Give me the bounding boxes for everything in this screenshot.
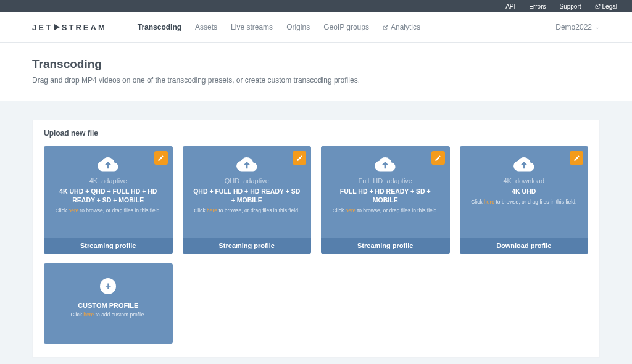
page-header: Transcoding Drag and drop MP4 videos on …	[0, 43, 632, 101]
nav-links: Transcoding Assets Live streams Origins …	[138, 23, 420, 31]
page-title: Transcoding	[32, 57, 600, 71]
cloud-upload-icon	[514, 157, 534, 172]
preset-resolutions: 4K UHD	[509, 187, 538, 196]
edit-preset-button[interactable]	[154, 151, 168, 165]
edit-preset-button[interactable]	[570, 151, 583, 165]
upload-panel: Upload new file 4K_adaptive 4K UHD + QHD…	[32, 120, 600, 358]
svg-line-0	[597, 4, 599, 7]
preset-footer: Streaming profile	[44, 238, 173, 254]
topbar-errors-link[interactable]: Errors	[529, 3, 546, 10]
preset-resolutions: FULL HD + HD READY + SD + MOBILE	[327, 187, 444, 204]
preset-card-qhd-adaptive[interactable]: QHD_adaptive QHD + FULL HD + HD READY + …	[183, 146, 312, 254]
logo-left: JET	[32, 23, 52, 32]
edit-preset-button[interactable]	[293, 151, 306, 165]
nav-geoip-groups[interactable]: GeoIP groups	[323, 23, 369, 31]
preset-footer: Download profile	[460, 238, 589, 254]
preset-hint: Click here to browse, or drag files in t…	[471, 199, 576, 205]
logo[interactable]: JET STREAM	[32, 23, 107, 32]
cloud-upload-icon	[98, 157, 118, 172]
utility-topbar: API Errors Support Legal	[0, 0, 632, 12]
plus-circle-icon: +	[100, 278, 116, 294]
topbar-support-link[interactable]: Support	[560, 3, 581, 10]
cloud-upload-icon	[236, 157, 257, 172]
preset-footer: Streaming profile	[321, 238, 450, 254]
preset-card-full-hd-adaptive[interactable]: Full_HD_adaptive FULL HD + HD READY + SD…	[321, 146, 450, 254]
logo-right: STREAM	[62, 23, 107, 32]
custom-profile-hint: Click here to add custom profile.	[71, 312, 146, 318]
external-link-icon	[595, 4, 601, 9]
topbar-legal-link[interactable]: Legal	[595, 3, 617, 10]
nav-live-streams[interactable]: Live streams	[231, 23, 273, 31]
main-navbar: JET STREAM Transcoding Assets Live strea…	[0, 12, 632, 43]
nav-assets[interactable]: Assets	[195, 23, 217, 31]
edit-preset-button[interactable]	[431, 151, 445, 165]
account-dropdown[interactable]: Demo2022 ⌄	[555, 23, 600, 31]
pencil-icon	[434, 155, 441, 162]
preset-name: 4K_download	[503, 177, 544, 184]
preset-hint: Click here to browse, or drag files in t…	[194, 207, 299, 213]
custom-profile-card[interactable]: + CUSTOM PROFILE Click here to add custo…	[44, 263, 173, 344]
preset-footer: Streaming profile	[183, 238, 312, 254]
preset-hint: Click here to browse, or drag files in t…	[56, 207, 161, 213]
pencil-icon	[573, 155, 580, 162]
preset-name: QHD_adaptive	[225, 177, 269, 184]
pencil-icon	[157, 155, 164, 162]
nav-transcoding[interactable]: Transcoding	[138, 23, 181, 31]
svg-line-1	[385, 25, 388, 28]
pencil-icon	[296, 155, 303, 162]
preset-resolutions: 4K UHD + QHD + FULL HD + HD READY + SD +…	[50, 187, 167, 204]
preset-name: 4K_adaptive	[89, 177, 127, 184]
preset-grid: 4K_adaptive 4K UHD + QHD + FULL HD + HD …	[44, 146, 588, 344]
external-link-icon	[383, 25, 388, 30]
topbar-api-link[interactable]: API	[505, 3, 515, 10]
panel-title: Upload new file	[44, 129, 588, 138]
logo-arrow-icon	[54, 24, 60, 30]
preset-card-4k-adaptive[interactable]: 4K_adaptive 4K UHD + QHD + FULL HD + HD …	[44, 146, 173, 254]
nav-analytics[interactable]: Analytics	[383, 23, 420, 31]
custom-profile-title: CUSTOM PROFILE	[78, 302, 138, 309]
preset-resolutions: QHD + FULL HD + HD READY + SD + MOBILE	[189, 187, 306, 204]
preset-name: Full_HD_adaptive	[359, 177, 412, 184]
nav-origins[interactable]: Origins	[286, 23, 310, 31]
account-name: Demo2022	[555, 23, 592, 31]
preset-hint: Click here to browse, or drag files in t…	[333, 207, 438, 213]
chevron-down-icon: ⌄	[595, 24, 600, 30]
preset-card-4k-download[interactable]: 4K_download 4K UHD Click here to browse,…	[460, 146, 589, 254]
cloud-upload-icon	[375, 157, 396, 172]
page-subtitle: Drag and drop MP4 videos on one of the t…	[32, 76, 600, 85]
